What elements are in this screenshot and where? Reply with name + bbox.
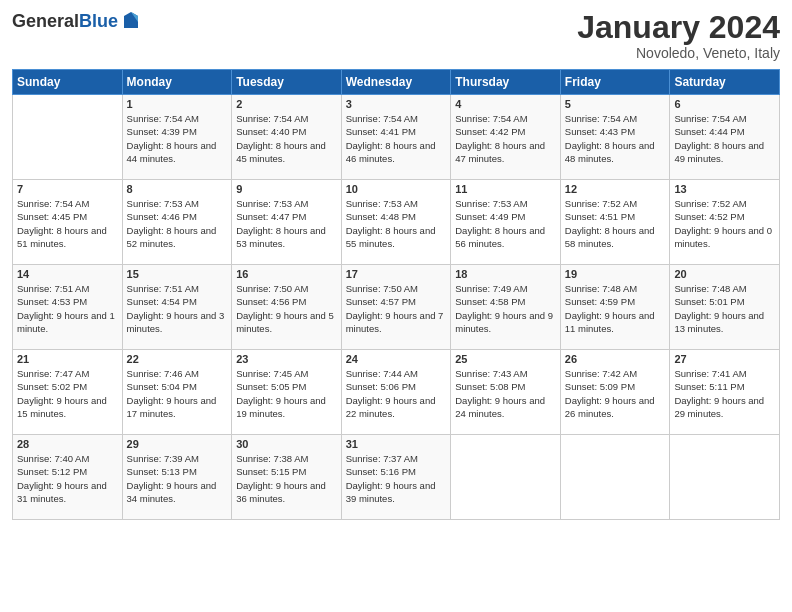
calendar-cell: 7Sunrise: 7:54 AMSunset: 4:45 PMDaylight… [13, 180, 123, 265]
cell-info: Sunrise: 7:53 AMSunset: 4:46 PMDaylight:… [127, 197, 228, 250]
calendar-cell [13, 95, 123, 180]
cell-info: Sunrise: 7:42 AMSunset: 5:09 PMDaylight:… [565, 367, 666, 420]
day-number: 8 [127, 183, 228, 195]
day-number: 5 [565, 98, 666, 110]
day-number: 24 [346, 353, 447, 365]
header: GeneralBlue January 2024 Novoledo, Venet… [12, 10, 780, 61]
day-number: 10 [346, 183, 447, 195]
calendar-cell: 16Sunrise: 7:50 AMSunset: 4:56 PMDayligh… [232, 265, 342, 350]
col-thursday: Thursday [451, 70, 561, 95]
logo: GeneralBlue [12, 10, 142, 32]
cell-info: Sunrise: 7:50 AMSunset: 4:57 PMDaylight:… [346, 282, 447, 335]
col-friday: Friday [560, 70, 670, 95]
cell-info: Sunrise: 7:52 AMSunset: 4:52 PMDaylight:… [674, 197, 775, 250]
cell-info: Sunrise: 7:51 AMSunset: 4:53 PMDaylight:… [17, 282, 118, 335]
day-number: 2 [236, 98, 337, 110]
col-saturday: Saturday [670, 70, 780, 95]
cell-info: Sunrise: 7:43 AMSunset: 5:08 PMDaylight:… [455, 367, 556, 420]
cell-info: Sunrise: 7:54 AMSunset: 4:39 PMDaylight:… [127, 112, 228, 165]
calendar-cell: 22Sunrise: 7:46 AMSunset: 5:04 PMDayligh… [122, 350, 232, 435]
col-tuesday: Tuesday [232, 70, 342, 95]
calendar-cell: 31Sunrise: 7:37 AMSunset: 5:16 PMDayligh… [341, 435, 451, 520]
day-number: 13 [674, 183, 775, 195]
col-sunday: Sunday [13, 70, 123, 95]
calendar-cell [670, 435, 780, 520]
logo-blue: Blue [79, 11, 118, 31]
calendar-cell: 19Sunrise: 7:48 AMSunset: 4:59 PMDayligh… [560, 265, 670, 350]
cell-info: Sunrise: 7:47 AMSunset: 5:02 PMDaylight:… [17, 367, 118, 420]
day-number: 20 [674, 268, 775, 280]
svg-marker-0 [124, 12, 138, 28]
col-monday: Monday [122, 70, 232, 95]
calendar-cell: 5Sunrise: 7:54 AMSunset: 4:43 PMDaylight… [560, 95, 670, 180]
cell-info: Sunrise: 7:38 AMSunset: 5:15 PMDaylight:… [236, 452, 337, 505]
cell-info: Sunrise: 7:54 AMSunset: 4:41 PMDaylight:… [346, 112, 447, 165]
week-row-0: 1Sunrise: 7:54 AMSunset: 4:39 PMDaylight… [13, 95, 780, 180]
logo-text: GeneralBlue [12, 11, 118, 32]
day-number: 12 [565, 183, 666, 195]
week-row-1: 7Sunrise: 7:54 AMSunset: 4:45 PMDaylight… [13, 180, 780, 265]
cell-info: Sunrise: 7:48 AMSunset: 5:01 PMDaylight:… [674, 282, 775, 335]
calendar-cell: 24Sunrise: 7:44 AMSunset: 5:06 PMDayligh… [341, 350, 451, 435]
cell-info: Sunrise: 7:51 AMSunset: 4:54 PMDaylight:… [127, 282, 228, 335]
day-number: 28 [17, 438, 118, 450]
calendar-cell: 21Sunrise: 7:47 AMSunset: 5:02 PMDayligh… [13, 350, 123, 435]
cell-info: Sunrise: 7:54 AMSunset: 4:44 PMDaylight:… [674, 112, 775, 165]
calendar-cell: 1Sunrise: 7:54 AMSunset: 4:39 PMDaylight… [122, 95, 232, 180]
page-container: GeneralBlue January 2024 Novoledo, Venet… [0, 0, 792, 530]
cell-info: Sunrise: 7:45 AMSunset: 5:05 PMDaylight:… [236, 367, 337, 420]
calendar-cell: 14Sunrise: 7:51 AMSunset: 4:53 PMDayligh… [13, 265, 123, 350]
day-number: 17 [346, 268, 447, 280]
cell-info: Sunrise: 7:39 AMSunset: 5:13 PMDaylight:… [127, 452, 228, 505]
cell-info: Sunrise: 7:53 AMSunset: 4:47 PMDaylight:… [236, 197, 337, 250]
logo-icon [120, 10, 142, 32]
cell-info: Sunrise: 7:53 AMSunset: 4:48 PMDaylight:… [346, 197, 447, 250]
calendar-cell: 12Sunrise: 7:52 AMSunset: 4:51 PMDayligh… [560, 180, 670, 265]
cell-info: Sunrise: 7:53 AMSunset: 4:49 PMDaylight:… [455, 197, 556, 250]
day-number: 21 [17, 353, 118, 365]
cell-info: Sunrise: 7:41 AMSunset: 5:11 PMDaylight:… [674, 367, 775, 420]
calendar-cell: 11Sunrise: 7:53 AMSunset: 4:49 PMDayligh… [451, 180, 561, 265]
cell-info: Sunrise: 7:54 AMSunset: 4:45 PMDaylight:… [17, 197, 118, 250]
header-row: Sunday Monday Tuesday Wednesday Thursday… [13, 70, 780, 95]
cell-info: Sunrise: 7:54 AMSunset: 4:40 PMDaylight:… [236, 112, 337, 165]
cell-info: Sunrise: 7:49 AMSunset: 4:58 PMDaylight:… [455, 282, 556, 335]
calendar-cell: 26Sunrise: 7:42 AMSunset: 5:09 PMDayligh… [560, 350, 670, 435]
calendar-cell: 6Sunrise: 7:54 AMSunset: 4:44 PMDaylight… [670, 95, 780, 180]
day-number: 11 [455, 183, 556, 195]
calendar-cell: 4Sunrise: 7:54 AMSunset: 4:42 PMDaylight… [451, 95, 561, 180]
week-row-3: 21Sunrise: 7:47 AMSunset: 5:02 PMDayligh… [13, 350, 780, 435]
calendar-cell: 10Sunrise: 7:53 AMSunset: 4:48 PMDayligh… [341, 180, 451, 265]
col-wednesday: Wednesday [341, 70, 451, 95]
day-number: 26 [565, 353, 666, 365]
day-number: 25 [455, 353, 556, 365]
calendar-cell [560, 435, 670, 520]
calendar-cell: 20Sunrise: 7:48 AMSunset: 5:01 PMDayligh… [670, 265, 780, 350]
day-number: 18 [455, 268, 556, 280]
cell-info: Sunrise: 7:54 AMSunset: 4:43 PMDaylight:… [565, 112, 666, 165]
calendar-table: Sunday Monday Tuesday Wednesday Thursday… [12, 69, 780, 520]
cell-info: Sunrise: 7:40 AMSunset: 5:12 PMDaylight:… [17, 452, 118, 505]
cell-info: Sunrise: 7:54 AMSunset: 4:42 PMDaylight:… [455, 112, 556, 165]
calendar-cell: 18Sunrise: 7:49 AMSunset: 4:58 PMDayligh… [451, 265, 561, 350]
calendar-cell: 15Sunrise: 7:51 AMSunset: 4:54 PMDayligh… [122, 265, 232, 350]
day-number: 19 [565, 268, 666, 280]
cell-info: Sunrise: 7:52 AMSunset: 4:51 PMDaylight:… [565, 197, 666, 250]
calendar-cell: 27Sunrise: 7:41 AMSunset: 5:11 PMDayligh… [670, 350, 780, 435]
day-number: 9 [236, 183, 337, 195]
day-number: 14 [17, 268, 118, 280]
calendar-cell: 29Sunrise: 7:39 AMSunset: 5:13 PMDayligh… [122, 435, 232, 520]
day-number: 3 [346, 98, 447, 110]
day-number: 7 [17, 183, 118, 195]
day-number: 27 [674, 353, 775, 365]
logo-general: General [12, 11, 79, 31]
day-number: 23 [236, 353, 337, 365]
calendar-cell: 30Sunrise: 7:38 AMSunset: 5:15 PMDayligh… [232, 435, 342, 520]
calendar-cell [451, 435, 561, 520]
cell-info: Sunrise: 7:48 AMSunset: 4:59 PMDaylight:… [565, 282, 666, 335]
day-number: 30 [236, 438, 337, 450]
calendar-cell: 13Sunrise: 7:52 AMSunset: 4:52 PMDayligh… [670, 180, 780, 265]
calendar-cell: 8Sunrise: 7:53 AMSunset: 4:46 PMDaylight… [122, 180, 232, 265]
day-number: 15 [127, 268, 228, 280]
month-title: January 2024 [577, 10, 780, 45]
